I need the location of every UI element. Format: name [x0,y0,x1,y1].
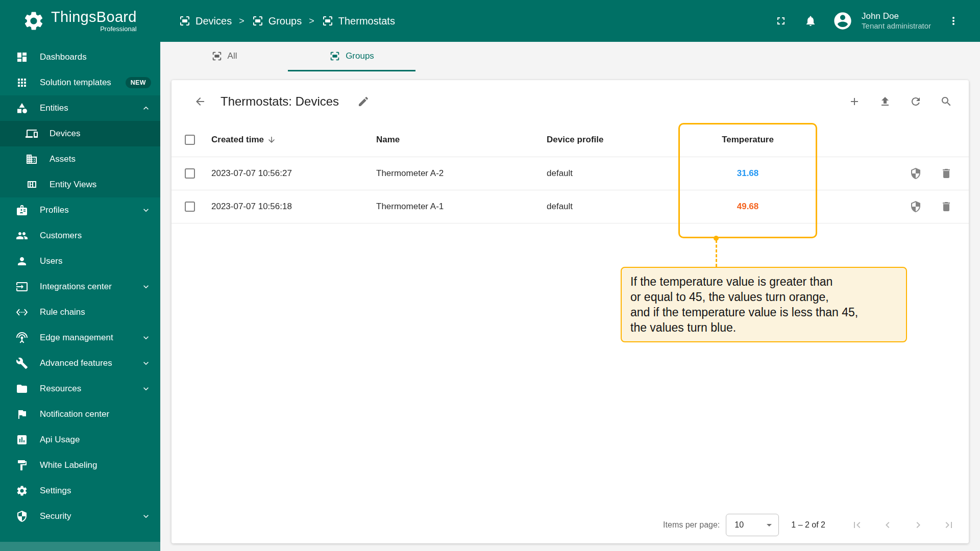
logo-subtitle: Professional [100,25,137,33]
page-title: Thermostats: Devices [220,94,339,109]
user-menu-button[interactable] [941,9,966,33]
integrations-center-icon [16,281,28,293]
user-role: Tenant administrator [862,21,931,31]
column-header-name[interactable]: Name [376,135,547,145]
breadcrumb-item-devices[interactable]: Devices [179,15,232,27]
row-checkbox[interactable] [185,168,195,179]
sidebar-item-api-usage[interactable]: Api Usage [0,427,160,453]
cell-created-time: 2023-07-07 10:56:27 [211,168,376,179]
breadcrumb-item-thermostats[interactable]: Thermostats [322,15,395,27]
search-button[interactable] [936,91,957,112]
sidebar-item-dashboards[interactable]: Dashboards [0,44,160,70]
security-icon [16,510,28,522]
refresh-button[interactable] [905,91,926,112]
row-checkbox[interactable] [185,202,195,212]
breadcrumb-item-groups[interactable]: Groups [252,15,302,27]
entities-icon [16,102,28,114]
app-header: ThingsBoard Professional Devices > Group… [0,0,980,42]
sidebar-item-white-labeling[interactable]: White Labeling [0,453,160,478]
assets-icon [26,153,38,165]
fullscreen-button[interactable] [769,9,793,33]
sidebar-item-rule-chains[interactable]: Rule chains [0,299,160,325]
annotation-line: the values turn blue. [630,320,897,335]
delete-device-button[interactable] [936,196,957,217]
customers-icon [16,230,28,242]
edge-management-icon [16,332,28,344]
add-device-button[interactable] [844,91,865,112]
table-row[interactable]: 2023-07-07 10:56:18 Thermometer A-1 defa… [172,190,969,223]
devices-group-icon [322,15,334,27]
chevron-down-icon [141,205,151,215]
chevron-down-icon [141,511,151,521]
sidebar-item-integrations-center[interactable]: Integrations center [0,274,160,299]
sidebar-item-assets[interactable]: Assets [0,146,160,172]
first-page-button[interactable] [845,513,869,537]
items-per-page-select[interactable]: 10 [726,514,779,536]
table-row[interactable]: 2023-07-07 10:56:27 Thermometer A-2 defa… [172,157,969,190]
devices-table-card: Thermostats: Devices [172,80,969,543]
sidebar-item-security[interactable]: Security [0,504,160,529]
refresh-icon [910,95,922,108]
advanced-features-icon [16,357,28,369]
last-page-button[interactable] [937,513,961,537]
avatar[interactable] [832,10,853,32]
sidebar-item-devices[interactable]: Devices [0,121,160,146]
breadcrumb-label: Groups [268,15,302,27]
sidebar: Dashboards Solution templates NEW Entiti… [0,42,160,551]
sidebar-item-advanced-features[interactable]: Advanced features [0,350,160,376]
sidebar-partial-item [0,542,160,551]
cell-device-profile: default [547,202,678,212]
sidebar-item-edge-management[interactable]: Edge management [0,325,160,350]
table-actions [844,91,957,112]
breadcrumb: Devices > Groups > Thermostats [179,15,395,27]
import-button[interactable] [875,91,895,112]
temperature-value: 31.68 [737,168,759,179]
next-page-button[interactable] [906,513,930,537]
sort-desc-arrow-icon [267,135,276,144]
sidebar-item-resources[interactable]: Resources [0,376,160,402]
sidebar-item-customers[interactable]: Customers [0,223,160,248]
breadcrumb-label: Thermostats [338,15,395,27]
annotation-connector-line [716,240,717,267]
trash-icon [940,167,952,180]
select-all-checkbox[interactable] [185,135,195,145]
rule-chains-icon [16,306,28,318]
sidebar-item-entity-views[interactable]: Entity Views [0,172,160,197]
devices-icon [26,128,38,140]
tab-all[interactable]: All [160,42,288,71]
sidebar-item-notification-center[interactable]: Notification center [0,402,160,427]
chevron-up-icon [141,103,151,113]
cell-name: Thermometer A-2 [376,168,547,179]
tab-groups[interactable]: Groups [288,42,415,71]
sidebar-item-solution-templates[interactable]: Solution templates NEW [0,70,160,95]
device-credentials-button[interactable] [905,163,926,184]
device-credentials-button[interactable] [905,196,926,217]
api-usage-icon [16,434,28,446]
bell-icon [804,15,817,27]
notifications-button[interactable] [798,9,823,33]
cell-name: Thermometer A-1 [376,202,547,212]
devices-group-icon [211,51,223,62]
cell-created-time: 2023-07-07 10:56:18 [211,202,376,212]
items-per-page-label: Items per page: [663,520,720,530]
user-info: John Doe Tenant administrator [862,11,931,31]
chevron-down-icon [141,282,151,292]
sidebar-item-entities[interactable]: Entities [0,95,160,121]
sidebar-item-users[interactable]: Users [0,248,160,274]
edit-group-button[interactable] [353,91,374,112]
shield-icon [910,201,922,213]
temperature-annotation: If the temperature value is greater than… [621,267,907,342]
sidebar-item-settings[interactable]: Settings [0,478,160,504]
notification-center-icon [16,408,28,420]
column-header-created-time[interactable]: Created time [211,135,376,145]
column-header-device-profile[interactable]: Device profile [547,135,678,145]
avatar-icon [832,11,853,31]
app-logo[interactable]: ThingsBoard Professional [0,9,160,33]
delete-device-button[interactable] [936,163,957,184]
column-header-temperature[interactable]: Temperature [678,135,817,145]
chevron-right-icon [912,519,924,531]
entity-group-tabs: All Groups [160,42,980,71]
back-button[interactable] [190,91,210,112]
sidebar-item-profiles[interactable]: Profiles [0,197,160,223]
previous-page-button[interactable] [875,513,900,537]
